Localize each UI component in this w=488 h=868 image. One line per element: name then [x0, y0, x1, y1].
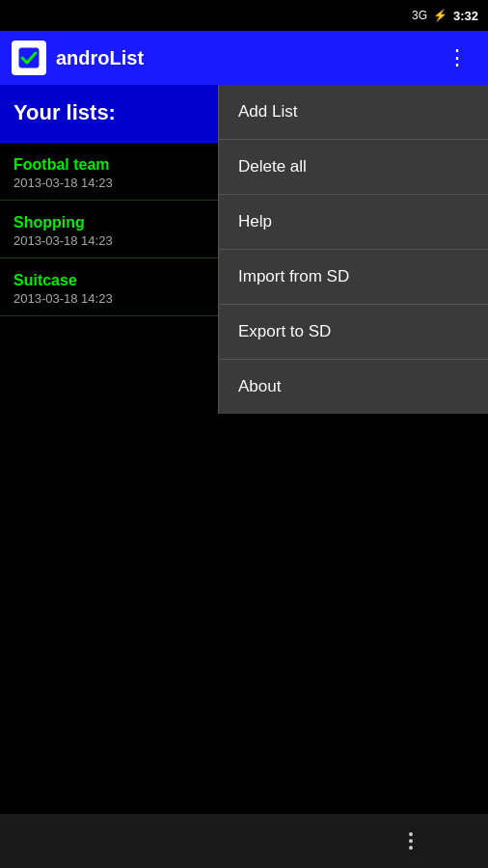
menu-item-add-list[interactable]: Add List: [219, 85, 488, 140]
app-logo: [12, 41, 46, 75]
nav-recents-button[interactable]: [290, 833, 306, 849]
main-content: Your lists: Footbal team 2013-03-18 14:2…: [0, 85, 488, 316]
menu-item-about[interactable]: About: [219, 360, 488, 414]
overflow-menu-button[interactable]: ⋮: [439, 38, 476, 78]
menu-item-delete-all[interactable]: Delete all: [219, 140, 488, 195]
nav-bar: [0, 814, 488, 868]
menu-item-help[interactable]: Help: [219, 195, 488, 250]
signal-icon: 3G: [412, 9, 427, 22]
nav-more-button[interactable]: [401, 825, 420, 857]
dropdown-menu: Add List Delete all Help Import from SD …: [218, 85, 488, 414]
lists-header-title: Your lists:: [14, 100, 116, 124]
nav-overflow-dots: [409, 832, 413, 850]
menu-item-export-sd[interactable]: Export to SD: [219, 305, 488, 360]
time-display: 3:32: [453, 9, 478, 23]
nav-back-button[interactable]: [68, 833, 83, 849]
battery-icon: ⚡: [433, 9, 447, 22]
menu-item-import-sd[interactable]: Import from SD: [219, 250, 488, 305]
status-bar: 3G ⚡ 3:32: [0, 0, 488, 31]
app-bar: androList ⋮: [0, 31, 488, 85]
app-title: androList: [56, 47, 439, 69]
nav-home-button[interactable]: [178, 833, 194, 849]
